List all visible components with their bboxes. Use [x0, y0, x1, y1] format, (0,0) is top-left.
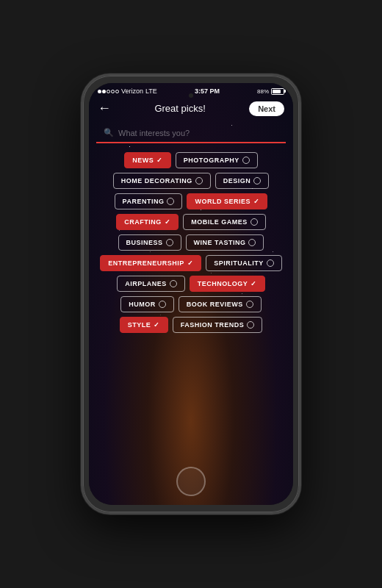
front-camera — [189, 93, 193, 98]
tag-label: PARENTING — [123, 198, 165, 205]
tag-add-icon — [253, 177, 261, 184]
back-button[interactable]: ← — [98, 101, 111, 116]
tag-spirituality[interactable]: SPIRITUALITY — [206, 255, 282, 271]
tag-add-icon — [247, 321, 254, 329]
signal-dot — [98, 90, 101, 93]
tag-add-icon — [242, 157, 250, 164]
tag-book-reviews[interactable]: BOOK REVIEWS — [179, 296, 262, 312]
battery-fill — [273, 90, 281, 93]
status-right: 88% — [257, 88, 284, 95]
volume-up-button[interactable] — [81, 142, 83, 164]
tag-style[interactable]: STYLE✓ — [120, 317, 168, 333]
home-button[interactable] — [176, 467, 206, 496]
tag-check-icon: ✓ — [156, 157, 163, 164]
nav-bar: ← Great picks! Next — [89, 98, 293, 121]
tag-fashion-trends[interactable]: FASHION TRENDS — [173, 317, 263, 333]
tag-home-decorating[interactable]: HOME DECORATING — [113, 173, 211, 189]
tag-world-series[interactable]: WORLD SERIES✓ — [187, 193, 267, 209]
tag-label: WINE TASTING — [194, 239, 246, 246]
tag-label: STYLE — [128, 321, 151, 329]
tag-airplanes[interactable]: AIRPLANES — [117, 276, 185, 292]
tag-label: SPIRITUALITY — [214, 259, 264, 267]
search-bar[interactable]: 🔍 What interests you? — [96, 123, 286, 143]
signal-dot — [111, 90, 115, 93]
tag-label: TECHNOLOGY — [198, 280, 248, 287]
tag-check-icon: ✓ — [187, 259, 194, 267]
tag-add-icon — [167, 198, 174, 205]
phone-screen: Verizon LTE 3:57 PM 88% ← Great picks! N… — [89, 83, 293, 505]
tag-check-icon: ✓ — [251, 280, 257, 287]
tag-crafting[interactable]: CRAFTING✓ — [116, 214, 179, 230]
tag-label: NEWS — [132, 157, 154, 164]
tag-add-icon — [248, 239, 256, 246]
tag-add-icon — [246, 301, 253, 308]
status-left: Verizon LTE — [98, 87, 157, 95]
tag-check-icon: ✓ — [154, 321, 160, 329]
signal-dot — [107, 90, 110, 93]
tag-add-icon — [251, 218, 258, 226]
tag-news[interactable]: NEWS✓ — [124, 152, 171, 168]
status-time: 3:57 PM — [195, 87, 220, 95]
phone-frame: Verizon LTE 3:57 PM 88% ← Great picks! N… — [81, 74, 301, 514]
tag-parenting[interactable]: PARENTING — [115, 193, 183, 209]
tag-wine-tasting[interactable]: WINE TASTING — [186, 234, 264, 251]
tag-humor[interactable]: HUMOR — [120, 296, 174, 312]
tag-check-icon: ✓ — [253, 198, 260, 205]
nav-title: Great picks! — [111, 103, 249, 114]
tag-photography[interactable]: PHOTOGRAPHY — [176, 152, 258, 168]
tag-label: WORLD SERIES — [195, 198, 251, 205]
tag-label: FASHION TRENDS — [181, 321, 245, 329]
signal-dot — [115, 90, 119, 93]
tag-technology[interactable]: TECHNOLOGY✓ — [190, 276, 265, 292]
tag-business[interactable]: BUSINESS — [118, 234, 181, 251]
search-placeholder[interactable]: What interests you? — [118, 129, 278, 137]
volume-down-button[interactable] — [81, 171, 83, 193]
tag-label: BUSINESS — [126, 239, 163, 246]
tag-check-icon: ✓ — [165, 218, 171, 226]
tag-add-icon — [267, 259, 274, 267]
tag-label: HUMOR — [129, 301, 156, 308]
signal-indicator — [98, 90, 119, 93]
mute-button[interactable] — [81, 123, 83, 137]
tag-label: MOBILE GAMES — [191, 218, 248, 226]
next-button[interactable]: Next — [249, 101, 284, 116]
power-button[interactable] — [299, 149, 301, 186]
tag-mobile-games[interactable]: MOBILE GAMES — [183, 214, 266, 230]
battery-percent: 88% — [257, 88, 269, 95]
tag-label: HOME DECORATING — [121, 177, 192, 184]
tag-add-icon — [166, 239, 173, 246]
tag-entrepreneurship[interactable]: ENTREPRENEURSHIP✓ — [100, 255, 201, 271]
network-label: LTE — [145, 87, 157, 95]
tag-add-icon — [170, 280, 177, 287]
signal-dot — [102, 90, 106, 93]
carrier-label: Verizon — [121, 87, 143, 95]
tag-label: ENTREPRENEURSHIP — [108, 259, 184, 267]
tag-label: PHOTOGRAPHY — [184, 157, 239, 164]
battery-icon — [271, 88, 284, 95]
tag-add-icon — [195, 177, 203, 184]
tag-add-icon — [159, 301, 166, 308]
tag-design[interactable]: DESIGN — [215, 173, 270, 189]
tag-label: AIRPLANES — [125, 280, 167, 287]
search-icon: 🔍 — [104, 128, 114, 137]
tag-label: DESIGN — [223, 177, 251, 184]
tag-label: BOOK REVIEWS — [187, 301, 243, 308]
tags-container: NEWS✓PHOTOGRAPHYHOME DECORATINGDESIGNPAR… — [89, 149, 293, 336]
tag-label: CRAFTING — [124, 218, 162, 226]
